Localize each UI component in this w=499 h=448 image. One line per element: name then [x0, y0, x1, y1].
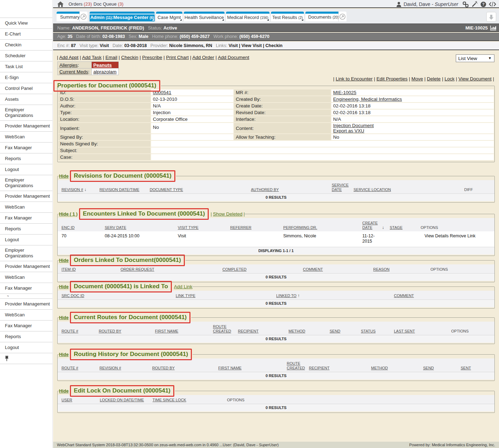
svg-text:?: ? [482, 2, 485, 6]
